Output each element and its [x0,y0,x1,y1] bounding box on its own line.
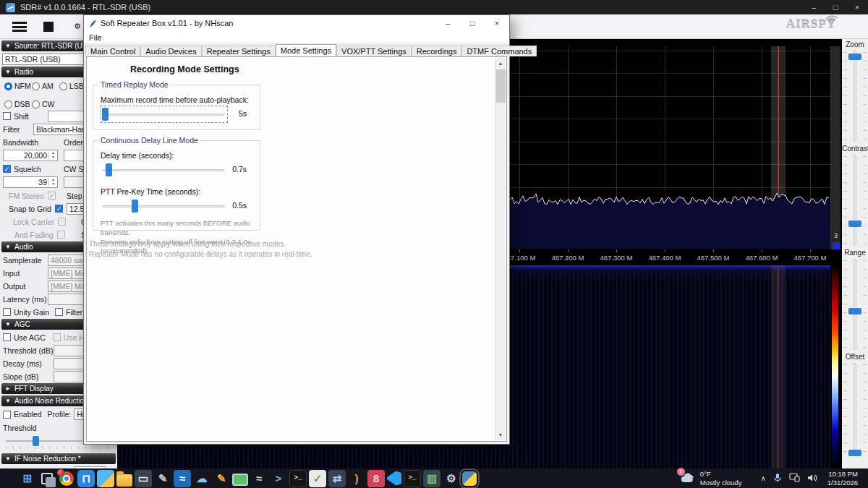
offset-slider[interactable] [848,363,862,455]
taskbar-icon-notepad[interactable]: ✓ [309,470,326,487]
maximize-icon[interactable]: □ [460,15,485,31]
taskbar-icon-red-app[interactable]: 8 [367,470,385,487]
dialog-tabs: Main Control Audio Devices Repeater Sett… [84,44,509,56]
dialog-scrollbar[interactable]: ▲ ▼ [495,58,506,440]
slider-thumb[interactable] [848,53,861,60]
ptt-prekey-slider[interactable]: 0.5s [101,199,252,213]
mode-radio[interactable]: CW [32,100,59,108]
stepper-arrows-icon[interactable]: ▲▼ [48,178,57,187]
collapse-arrow-icon: ▼ [1,455,14,462]
delay-time-slider[interactable]: 0.7s [101,163,252,177]
anr-enabled-checkbox[interactable] [3,411,11,419]
filter-audio-checkbox[interactable] [55,308,63,316]
scroll-up-icon[interactable]: ▲ [495,58,506,69]
taskbar-icon-photos[interactable] [97,470,114,487]
microphone-icon[interactable] [773,473,782,484]
menu-file[interactable]: File [84,31,107,43]
sdrsharp-titlebar: SDR# v1.0.0.1664 - RTL-SDR (USB) – □ × [0,0,868,14]
minimize-icon[interactable]: – [435,15,460,31]
mode-radio[interactable]: DSB [4,100,32,108]
tab[interactable]: Recordings [412,46,462,56]
ptt-prekey-value: 0.5s [232,201,247,210]
tab[interactable]: Main Control [85,46,140,56]
taskbar-icon-sketchup[interactable]: ✎ [213,470,230,487]
taskbar-icon-snipping-tool[interactable]: ▭ [135,470,152,487]
taskbar-icon-store[interactable]: ⊓ [77,470,95,487]
band-scrollbar[interactable]: 3 [830,46,841,249]
zoom-slider[interactable] [848,51,862,142]
weather-cloud-icon: 7 [680,472,696,485]
dialog-title: Soft Repeater Box v1.01 - by NHscan [101,19,233,27]
taskbar-icon-photos-waves[interactable]: ≈ [174,470,191,487]
ptt-prekey-label: PTT Pre-Key Time (seconds): [101,187,252,196]
weather-temp: 0°F [700,470,742,479]
tab[interactable]: Mode Settings [276,44,336,56]
slider-track [854,259,856,350]
snap-checkbox[interactable]: ✓ [55,205,63,213]
bandwidth-stepper[interactable]: 20,000 ▲▼ [3,150,58,161]
taskbar-icon-cloud[interactable]: ☁ [193,470,210,487]
use-agc-checkbox[interactable] [3,333,11,341]
dialog-content: Recording Mode Settings Timed Replay Mod… [86,56,507,442]
tab[interactable]: VOX/PTT Settings [336,46,412,56]
taskbar-icon-chrome[interactable] [59,471,74,486]
volume-icon[interactable] [807,474,817,484]
frequency-label: 467.500 M [688,254,739,262]
timed-replay-groupbox: Timed Replay Mode Maximum record time be… [93,85,260,130]
taskbar-icon-terminal[interactable]: >_ [289,470,307,487]
range-slider[interactable] [848,259,862,350]
taskbar-icon-python[interactable] [462,471,477,486]
panel-header-ifnr[interactable]: ▼ IF Noise Reduction * [1,453,116,464]
squelch-checkbox[interactable]: ✓ [3,165,11,173]
taskbar-icon-vscode[interactable] [387,471,401,486]
tab[interactable]: Audio Devices [140,46,201,56]
contrast-slider[interactable] [848,155,862,246]
close-icon[interactable]: × [846,0,868,14]
slider-thumb[interactable] [106,163,112,176]
unity-gain-checkbox[interactable] [3,308,11,316]
max-record-time-value: 5s [239,109,247,118]
slider-thumb[interactable] [132,200,138,213]
cast-screen-icon[interactable] [789,473,800,484]
taskbar-icon-start[interactable]: ⊞ [19,470,36,487]
zoom-label: Zoom [842,40,868,48]
weather-widget[interactable]: 7 0°F Mostly cloudy [680,470,742,487]
taskbar-icon-settings[interactable]: ⚙ [443,470,460,487]
soft-repeater-box-window: Soft Repeater Box v1.01 - by NHscan – □ … [83,14,510,445]
slider-thumb[interactable] [848,308,861,314]
max-record-time-label: Maximum record time before auto-playback… [101,95,252,104]
taskbar-icon-pc-green[interactable] [232,474,248,486]
taskbar-icon-powershell[interactable]: > [270,470,287,487]
stepper-arrows-icon[interactable]: ▲▼ [48,151,57,160]
taskbar-icon-terminal-2[interactable]: >_ [404,470,421,487]
squelch-stepper[interactable]: 39 ▲▼ [3,176,58,188]
close-icon[interactable]: × [485,15,509,31]
taskbar-icon-remote-desktop[interactable]: ⇄ [328,470,346,487]
slider-thumb[interactable] [102,108,109,121]
stop-button[interactable] [39,17,58,36]
waterfall-color-scale [830,265,841,468]
taskbar-icon-curves[interactable]: ≈ [250,470,268,487]
range-label: Range [842,249,868,257]
taskbar-clock[interactable]: 10:18 PM 1/31/2026 [827,470,858,487]
taskbar-icon-crescent[interactable]: ) [348,470,365,487]
max-record-time-slider[interactable]: 5s [101,107,252,121]
menu-hamburger-icon[interactable] [10,17,29,36]
mode-radio[interactable]: NFM [4,82,32,90]
tray-chevron-up-icon[interactable]: ∧ [760,474,765,482]
dialog-titlebar[interactable]: Soft Repeater Box v1.01 - by NHscan – □ … [84,15,509,31]
taskbar-icon-task-view[interactable] [41,473,53,484]
mode-radio[interactable]: AM [32,82,59,90]
tab[interactable]: Repeater Settings [202,46,276,56]
scroll-down-icon[interactable]: ▼ [495,429,506,440]
taskbar-icon-pen[interactable]: ✎ [154,470,171,487]
shift-checkbox[interactable] [3,112,11,120]
taskbar-icon-file-explorer[interactable] [116,474,132,487]
taskbar-icon-system-monitor[interactable]: ▥ [423,470,441,487]
minimize-icon[interactable]: – [803,0,825,14]
slider-thumb[interactable] [33,436,39,446]
slider-thumb[interactable] [848,450,861,456]
tab[interactable]: DTMF Commands [461,46,537,56]
scrollbar-thumb[interactable] [496,69,506,103]
slider-thumb[interactable] [848,221,861,227]
